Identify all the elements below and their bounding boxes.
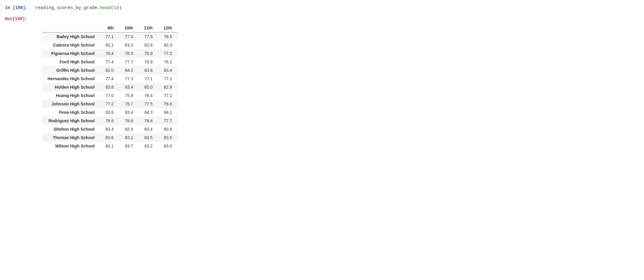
table-row: Ford High School77.477.776.976.2 (42, 58, 178, 66)
cell-11th: 77.1 (138, 75, 158, 83)
cell-9th: 77.4 (100, 75, 119, 83)
table-body: Bailey High School77.177.077.576.5Cabrer… (42, 32, 178, 151)
cell-9th: 77.4 (100, 58, 119, 66)
cell-school: Johnson High School (42, 100, 100, 108)
cell-12th: 83.0 (158, 142, 178, 150)
cell-10th: 77.3 (119, 75, 138, 83)
col-header-11th: 11th (138, 24, 158, 32)
cell-12th: 76.9 (158, 100, 178, 108)
output-area: 9th 10th 11th 12th Bailey High School77.… (0, 23, 644, 155)
table-row: Hernandez High School77.477.377.177.2 (42, 75, 178, 83)
cell-school: Rodriguez High School (42, 117, 100, 125)
cell-12th: 76.5 (158, 32, 178, 41)
cell-school: Thomas High School (42, 133, 100, 142)
cell-9th: 77.2 (100, 100, 119, 108)
cell-school: Huang High School (42, 91, 100, 100)
header-row: 9th 10th 11th 12th (42, 24, 178, 32)
cell-11th: 82.8 (138, 41, 158, 49)
cell-11th: 84.3 (138, 108, 158, 117)
table-header: 9th 10th 11th 12th (42, 24, 178, 32)
input-prompt: In [198]: (5, 5, 35, 10)
cell-11th: 83.5 (138, 133, 158, 142)
cell-11th: 77.5 (138, 100, 158, 108)
cell-11th: 76.9 (138, 49, 158, 58)
cell-school: Hernandez High School (42, 75, 100, 83)
cell-12th: 77.2 (158, 49, 178, 58)
code-method: .head (97, 5, 111, 11)
table-row: Huang High School77.075.976.477.2 (42, 91, 178, 100)
cell-10th: 76.7 (119, 100, 138, 108)
cell-school: Wilson High School (42, 142, 100, 150)
notebook-cell: In [198]: reading_scores_by_grade.head(1… (0, 0, 644, 158)
cell-11th: 76.9 (138, 58, 158, 66)
cell-10th: 83.4 (119, 83, 138, 91)
table-row: Figueroa High School76.476.576.977.2 (42, 49, 178, 58)
table-row: Wilson High School83.183.783.283.0 (42, 142, 178, 150)
cell-12th: 77.7 (158, 117, 178, 125)
col-header-12th: 12th (158, 24, 178, 32)
cell-10th: 77.0 (119, 32, 138, 41)
cell-school: Figueroa High School (42, 49, 100, 58)
cell-10th: 83.2 (119, 41, 138, 49)
input-line: In [198]: reading_scores_by_grade.head(1… (0, 3, 644, 13)
cell-9th: 83.4 (100, 125, 119, 133)
cell-12th: 82.9 (158, 83, 178, 91)
table-row: Thomas High School83.683.183.583.5 (42, 133, 178, 142)
cell-11th: 76.4 (138, 117, 158, 125)
cell-9th: 77.1 (100, 32, 119, 41)
cell-9th: 83.1 (100, 41, 119, 49)
table-row: Holden High School83.883.485.082.9 (42, 83, 178, 91)
cell-10th: 83.1 (119, 133, 138, 142)
cell-9th: 82.0 (100, 66, 119, 75)
cell-12th: 83.4 (158, 66, 178, 75)
cell-12th: 83.8 (158, 125, 178, 133)
cell-12th: 76.2 (158, 58, 178, 66)
table-row: Johnson High School77.276.777.576.9 (42, 100, 178, 108)
cell-10th: 75.9 (119, 91, 138, 100)
cell-12th: 83.3 (158, 41, 178, 49)
cell-school: Pena High School (42, 108, 100, 117)
cell-10th: 83.7 (119, 142, 138, 150)
cell-10th: 76.5 (119, 49, 138, 58)
cell-9th: 77.0 (100, 91, 119, 100)
col-header-school (42, 24, 100, 32)
input-code: reading_scores_by_grade.head(14) (35, 5, 122, 11)
code-variable: reading_scores_by_grade (35, 5, 97, 11)
cell-9th: 83.6 (100, 133, 119, 142)
cell-12th: 83.5 (158, 133, 178, 142)
code-argument: 14 (114, 5, 119, 11)
cell-9th: 76.9 (100, 117, 119, 125)
cell-school: Cabrera High School (42, 41, 100, 49)
cell-11th: 83.4 (138, 125, 158, 133)
dataframe-table: 9th 10th 11th 12th Bailey High School77.… (42, 24, 178, 150)
output-prompt: Out[198]: (0, 14, 644, 23)
table-row: Pena High School83.683.484.384.1 (42, 108, 178, 117)
cell-11th: 83.8 (138, 66, 158, 75)
table-row: Rodriguez High School76.976.676.477.7 (42, 117, 178, 125)
col-header-9th: 9th (100, 24, 119, 32)
cell-9th: 76.4 (100, 49, 119, 58)
col-header-10th: 10th (119, 24, 138, 32)
cell-9th: 83.6 (100, 108, 119, 117)
table-row: Bailey High School77.177.077.576.5 (42, 32, 178, 41)
cell-12th: 84.1 (158, 108, 178, 117)
cell-12th: 77.2 (158, 75, 178, 83)
cell-11th: 83.2 (138, 142, 158, 150)
cell-10th: 76.6 (119, 117, 138, 125)
cell-school: Holden High School (42, 83, 100, 91)
cell-12th: 77.2 (158, 91, 178, 100)
cell-school: Griffin High School (42, 66, 100, 75)
cell-11th: 76.4 (138, 91, 158, 100)
cell-10th: 82.9 (119, 125, 138, 133)
cell-10th: 84.2 (119, 66, 138, 75)
cell-school: Ford High School (42, 58, 100, 66)
cell-9th: 83.1 (100, 142, 119, 150)
table-row: Cabrera High School83.183.282.883.3 (42, 41, 178, 49)
table-row: Griffin High School82.084.283.883.4 (42, 66, 178, 75)
cell-10th: 77.7 (119, 58, 138, 66)
cell-10th: 83.4 (119, 108, 138, 117)
cell-9th: 83.8 (100, 83, 119, 91)
cell-11th: 85.0 (138, 83, 158, 91)
table-row: Shelton High School83.482.983.483.8 (42, 125, 178, 133)
cell-school: Shelton High School (42, 125, 100, 133)
